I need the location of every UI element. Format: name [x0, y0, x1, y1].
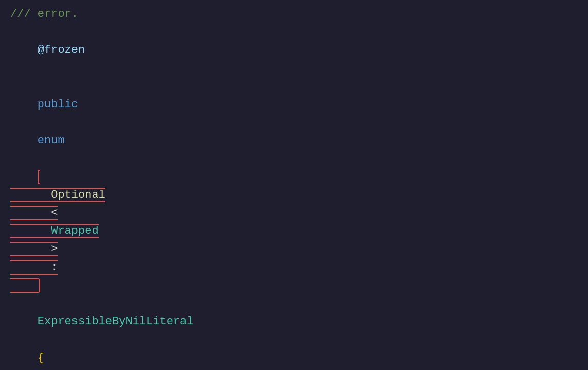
angle-bracket-open: < [51, 207, 58, 219]
keyword-public: public [38, 98, 78, 111]
keyword-enum: enum [38, 134, 65, 147]
angle-bracket-close: > [51, 243, 58, 255]
colon: : [51, 261, 58, 274]
line-enum-decl: public enum Optional < Wrapped > : Expre… [0, 78, 588, 370]
code-view: /// error. @frozen public enum Optional … [0, 0, 588, 370]
decorator-frozen: @frozen [38, 44, 85, 57]
type-wrapped: Wrapped [51, 225, 98, 237]
type-optional: Optional [51, 189, 105, 201]
line-frozen: @frozen [0, 23, 588, 78]
optional-highlight-box: Optional < Wrapped > : [10, 170, 105, 293]
type-expressible: ExpressibleByNilLiteral [38, 315, 194, 328]
open-brace: { [38, 351, 44, 364]
line-error: /// error. [0, 5, 588, 23]
